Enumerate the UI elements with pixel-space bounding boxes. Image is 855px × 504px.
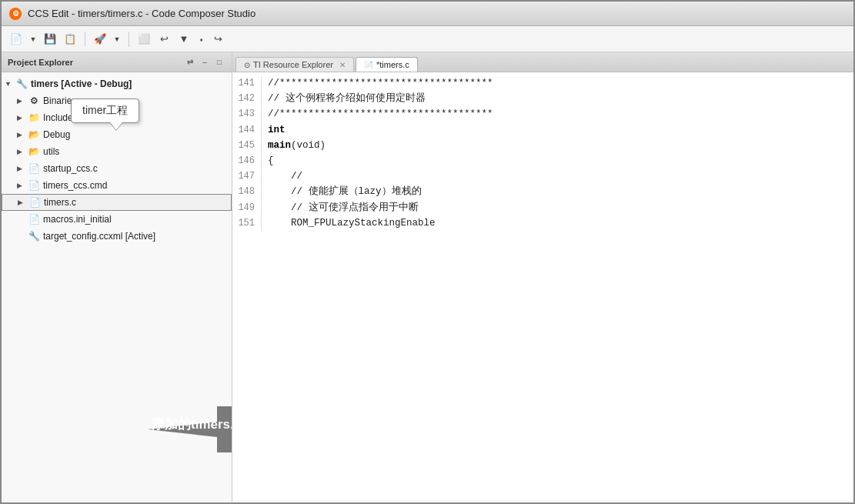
line-code-142: // 这个例程将介绍如何使用定时器 <box>268 91 426 106</box>
code-content: 141 //**********************************… <box>232 72 853 234</box>
code-line-151: 151 ROM_FPULazyStackingEnable <box>232 215 853 231</box>
tree-arrow-includes: ▶ <box>17 114 28 122</box>
line-number-143: 143 <box>232 107 262 122</box>
line-number-151: 151 <box>232 216 262 231</box>
tree-icon-timers: 🔧 <box>15 78 28 90</box>
tree-arrow-startup: ▶ <box>17 165 28 172</box>
tree-label-timers: timers [Active - Debug] <box>31 78 132 89</box>
new-file-button[interactable]: 📄 <box>8 31 25 48</box>
line-code-151: ROM_FPULazyStackingEnable <box>268 215 436 231</box>
line-number-142: 142 <box>232 92 262 106</box>
tree-arrow-timers: ▼ <box>5 80 15 88</box>
tree-label-timers-cmd: timers_ccs.cmd <box>43 180 107 191</box>
line-number-148: 148 <box>232 185 262 199</box>
line-code-141: //************************************* <box>268 75 493 91</box>
line-code-143: //************************************* <box>268 106 493 122</box>
forward-button[interactable]: ↪ <box>209 31 226 48</box>
back-dropdown[interactable]: ▼ <box>175 31 192 48</box>
line-code-146: { <box>268 153 274 169</box>
new-file-dropdown[interactable]: ▼ <box>28 31 38 48</box>
panel-icon-group: ⇄ – □ <box>184 56 225 68</box>
tree-icon-debug: 📂 <box>28 129 40 141</box>
tab-timers-c[interactable]: 📄 *timers.c <box>356 57 418 72</box>
tree-icon-macros: 📄 <box>28 213 40 225</box>
tree-item-utils[interactable]: ▶ 📂 utils <box>2 143 232 160</box>
tree-arrow-timers-c: ▶ <box>18 199 28 206</box>
line-code-147: // <box>268 169 302 184</box>
tree-label-startup: startup_ccs.c <box>43 163 98 174</box>
code-line-143: 143 //**********************************… <box>232 106 853 122</box>
line-number-149: 149 <box>232 201 262 215</box>
line-code-149: // 这可使浮点指令用于中断 <box>268 200 419 215</box>
code-line-141: 141 //**********************************… <box>232 75 853 91</box>
ti-resource-tab-close[interactable]: ✕ <box>339 61 346 69</box>
ti-resource-tab-icon: ⊙ <box>244 61 250 69</box>
tree-item-timers-c[interactable]: ▶ 📄 timers.c <box>2 194 232 211</box>
line-code-148: // 使能扩展（lazy）堆栈的 <box>268 184 422 199</box>
tree-arrow-utils: ▶ <box>17 148 28 155</box>
main-window: ⚙ CCS Edit - timers/timers.c - Code Comp… <box>0 0 855 504</box>
tree-icon-includes: 📁 <box>28 112 40 124</box>
tree-icon-binaries: ⚙ <box>28 95 40 107</box>
tree-item-macros[interactable]: ▶ 📄 macros.ini_initial <box>2 211 232 228</box>
code-line-145: 145 main(void) <box>232 138 853 153</box>
save-button[interactable]: 💾 <box>42 31 58 48</box>
toolbar-separator-1 <box>85 32 85 47</box>
timers-c-tab-icon: 📄 <box>364 61 373 69</box>
code-line-146: 146 { <box>232 153 853 169</box>
editor-tabs-bar: ⊙ TI Resource Explorer ✕ 📄 *timers.c <box>232 52 853 72</box>
toolbar: 📄 ▼ 💾 📋 🚀 ▼ ⬜ ↩ ▼ ⬧ ↪ <box>2 26 853 52</box>
code-line-147: 147 // <box>232 169 853 184</box>
tree-item-target[interactable]: ▶ 🔧 target_config.ccxml [Active] <box>2 228 232 245</box>
navigate-box: ⬜ <box>135 31 152 48</box>
forward-sep: ⬧ <box>195 31 206 48</box>
tree-item-timers-cmd[interactable]: ▶ 📄 timers_ccs.cmd <box>2 177 232 194</box>
line-number-145: 145 <box>232 139 262 153</box>
line-number-146: 146 <box>232 154 262 169</box>
line-code-145: main(void) <box>268 138 326 153</box>
project-explorer-panel: Project Explorer ⇄ – □ timer工程 ▼ 🔧 timer… <box>2 52 232 502</box>
project-explorer-header: Project Explorer ⇄ – □ <box>2 52 232 72</box>
tree-label-timers-c: timers.c <box>44 197 76 208</box>
callout-text: timer工程 <box>82 104 128 116</box>
main-area: Project Explorer ⇄ – □ timer工程 ▼ 🔧 timer… <box>2 52 853 502</box>
maximize-icon[interactable]: □ <box>213 56 225 68</box>
callout-bubble: timer工程 <box>71 98 139 123</box>
tree-icon-startup: 📄 <box>28 162 40 175</box>
line-number-147: 147 <box>232 169 262 184</box>
tree-item-timers[interactable]: ▼ 🔧 timers [Active - Debug] <box>2 75 232 92</box>
code-line-142: 142 // 这个例程将介绍如何使用定时器 <box>232 91 853 106</box>
window-title: CCS Edit - timers/timers.c - Code Compos… <box>28 8 255 19</box>
code-line-149: 149 // 这可使浮点指令用于中断 <box>232 200 853 215</box>
code-line-148: 148 // 使能扩展（lazy）堆栈的 <box>232 184 853 199</box>
sync-icon[interactable]: ⇄ <box>184 56 196 68</box>
tree-arrow-timers-cmd: ▶ <box>17 182 28 189</box>
tree-icon-target: 🔧 <box>28 230 40 242</box>
copy-button[interactable]: 📋 <box>62 31 78 48</box>
editor-panel: ⊙ TI Resource Explorer ✕ 📄 *timers.c 141… <box>232 52 853 502</box>
tree-icon-utils: 📂 <box>28 145 40 158</box>
line-code-144: int <box>268 122 286 138</box>
tree-label-utils: utils <box>43 146 59 157</box>
line-number-144: 144 <box>232 123 262 138</box>
code-line-144: 144 int <box>232 122 853 138</box>
tree-item-startup[interactable]: ▶ 📄 startup_ccs.c <box>2 160 232 177</box>
ti-resource-tab-label: TI Resource Explorer <box>253 60 333 69</box>
tree-arrow-binaries: ▶ <box>17 97 28 105</box>
tree-icon-timers-cmd: 📄 <box>28 179 40 192</box>
tree-label-target: target_config.ccxml [Active] <box>43 231 155 242</box>
line-number-141: 141 <box>232 76 262 91</box>
run-dropdown[interactable]: ▼ <box>112 31 122 48</box>
tab-ti-resource[interactable]: ⊙ TI Resource Explorer ✕ <box>235 57 354 72</box>
toolbar-separator-2 <box>129 32 129 47</box>
run-button[interactable]: 🚀 <box>92 31 109 48</box>
tree-label-debug: Debug <box>43 129 70 140</box>
title-bar: ⚙ CCS Edit - timers/timers.c - Code Comp… <box>2 2 853 26</box>
timers-c-tab-label: *timers.c <box>376 60 409 69</box>
project-explorer-title: Project Explorer <box>8 58 179 67</box>
back-button[interactable]: ↩ <box>155 31 172 48</box>
code-editor[interactable]: 141 //**********************************… <box>232 72 853 502</box>
tree-icon-timers-c: 📄 <box>28 196 41 209</box>
minimize-icon[interactable]: – <box>199 56 211 68</box>
tree-label-macros: macros.ini_initial <box>43 214 112 225</box>
